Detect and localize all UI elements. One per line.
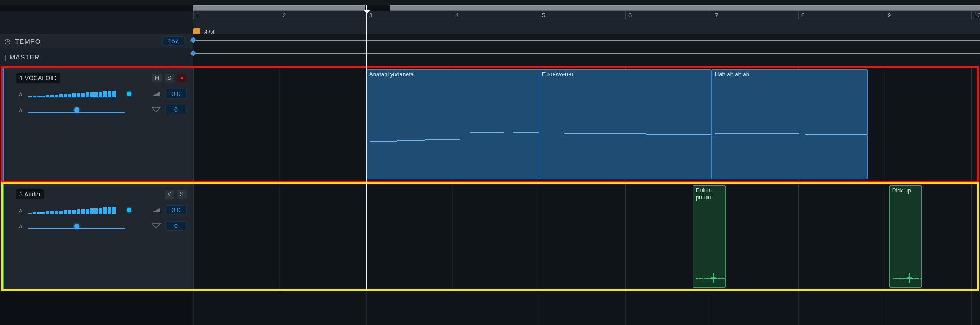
midi-notes bbox=[367, 113, 539, 159]
master-automation-lane[interactable] bbox=[193, 48, 980, 66]
bar-number[interactable]: 2 bbox=[280, 11, 286, 19]
bar-number[interactable]: 5 bbox=[539, 11, 545, 19]
clock-icon: ◷ bbox=[4, 37, 11, 45]
volume-value-input[interactable]: 0.0 bbox=[165, 205, 187, 215]
gridline bbox=[193, 291, 194, 325]
volume-slider[interactable] bbox=[28, 207, 125, 214]
clip-label: Fu-u-wo-u-u bbox=[542, 71, 573, 78]
gridline bbox=[885, 184, 885, 289]
overview-strip-left[interactable] bbox=[193, 5, 365, 11]
ruler-left-gutter bbox=[0, 11, 193, 34]
track-vocaloid: 1 VOCALOIDMS●∧0.0∧0Anatani yudanetaFu-u-… bbox=[3, 68, 977, 181]
vocaloid-clip[interactable]: Fu-u-wo-u-u bbox=[539, 69, 712, 179]
top-strip bbox=[0, 0, 980, 5]
pan-knob[interactable] bbox=[74, 107, 79, 113]
bar-number[interactable]: 8 bbox=[798, 11, 804, 19]
tempo-header: ◷ TEMPO 157 bbox=[0, 34, 193, 48]
pan-knob[interactable] bbox=[74, 224, 79, 229]
gridline bbox=[366, 291, 367, 325]
gridline bbox=[280, 184, 280, 289]
playhead[interactable] bbox=[366, 5, 367, 325]
gridline bbox=[885, 68, 885, 181]
pan-slider[interactable] bbox=[28, 107, 125, 113]
pan-value-input[interactable]: 0 bbox=[165, 221, 187, 231]
drag-handle-icon[interactable]: || bbox=[4, 53, 5, 61]
gridline bbox=[453, 291, 453, 325]
bar-number[interactable]: 4 bbox=[453, 11, 459, 19]
volume-value-input[interactable]: 0.0 bbox=[165, 89, 187, 99]
clip-label: Pululu pululu bbox=[696, 187, 712, 202]
expand-pan-icon[interactable]: ∧ bbox=[19, 223, 23, 229]
master-header: || MASTER bbox=[0, 48, 193, 66]
pan-value-input[interactable]: 0 bbox=[165, 105, 187, 114]
expand-pan-icon[interactable]: ∧ bbox=[19, 107, 23, 113]
gridline bbox=[193, 68, 194, 181]
gridline bbox=[971, 291, 972, 325]
bar-number[interactable]: 6 bbox=[625, 11, 632, 19]
bar-number[interactable]: 1 bbox=[193, 11, 199, 19]
track-lane[interactable]: Pululu pululu⁓⁓╋⁓⁓Pick up⁓⁓╋⁓⁓ bbox=[193, 184, 977, 289]
gridline bbox=[712, 291, 712, 325]
gridline bbox=[625, 184, 626, 289]
vocaloid-clip[interactable]: Anatani yudaneta bbox=[366, 69, 539, 179]
vocaloid-clip[interactable]: Hah ah ah ah bbox=[712, 69, 868, 179]
bar-number[interactable]: 9 bbox=[885, 11, 891, 19]
master-label: MASTER bbox=[10, 53, 40, 61]
gridline bbox=[625, 291, 626, 325]
volume-ramp-icon bbox=[151, 207, 161, 213]
solo-button[interactable]: S bbox=[165, 74, 174, 82]
midi-notes bbox=[539, 113, 711, 159]
volume-led-icon bbox=[127, 92, 131, 96]
gridline bbox=[539, 184, 539, 289]
gridline bbox=[193, 184, 194, 289]
track-name-input[interactable]: 1 VOCALOID bbox=[16, 73, 60, 83]
pan-balance-icon bbox=[151, 223, 161, 229]
volume-led-icon bbox=[127, 208, 131, 212]
volume-slider[interactable] bbox=[28, 90, 125, 97]
volume-ramp-icon bbox=[151, 91, 161, 97]
pan-balance-icon bbox=[151, 107, 161, 113]
clip-label: Anatani yudaneta bbox=[369, 71, 414, 78]
gridline bbox=[798, 291, 799, 325]
empty-timeline-area bbox=[193, 291, 980, 325]
svg-marker-1 bbox=[152, 107, 160, 112]
solo-button[interactable]: S bbox=[177, 190, 187, 199]
svg-marker-0 bbox=[152, 92, 160, 96]
tempo-automation-lane[interactable] bbox=[193, 34, 980, 48]
expand-volume-icon[interactable]: ∧ bbox=[19, 207, 23, 214]
audio-clip[interactable]: Pululu pululu⁓⁓╋⁓⁓ bbox=[693, 185, 726, 288]
track-name-input[interactable]: 3 Audio bbox=[16, 189, 44, 199]
track-audio3: 3 AudioMS∧0.0∧0Pululu pululu⁓⁓╋⁓⁓Pick up… bbox=[3, 184, 977, 289]
clip-label: Hah ah ah ah bbox=[715, 71, 749, 78]
expand-volume-icon[interactable]: ∧ bbox=[19, 91, 23, 97]
bar-number[interactable]: 10 bbox=[971, 11, 980, 19]
svg-marker-3 bbox=[152, 224, 160, 228]
track-header[interactable]: 1 VOCALOIDMS●∧0.0∧0 bbox=[3, 68, 193, 181]
mute-button[interactable]: M bbox=[165, 190, 174, 199]
clip-label: Pick up bbox=[892, 187, 911, 194]
record-arm-button[interactable]: ● bbox=[177, 74, 187, 82]
tempo-automation-line[interactable] bbox=[193, 40, 980, 41]
master-automation-line[interactable] bbox=[193, 53, 980, 54]
mute-button[interactable]: M bbox=[152, 74, 162, 82]
waveform-icon: ⁓⁓╋⁓⁓ bbox=[892, 273, 922, 283]
tempo-value-input[interactable]: 157 bbox=[162, 36, 184, 46]
track-header[interactable]: 3 AudioMS∧0.0∧0 bbox=[3, 184, 193, 289]
pan-slider[interactable] bbox=[28, 223, 125, 229]
gridline bbox=[539, 291, 539, 325]
track-lane[interactable]: Anatani yudanetaFu-u-wo-u-uHah ah ah ah bbox=[193, 68, 977, 181]
audio-clip[interactable]: Pick up⁓⁓╋⁓⁓ bbox=[889, 185, 922, 288]
gridline bbox=[280, 68, 280, 181]
gridline bbox=[798, 184, 799, 289]
midi-notes bbox=[712, 113, 867, 159]
gridline bbox=[280, 291, 280, 325]
waveform-icon: ⁓⁓╋⁓⁓ bbox=[696, 273, 726, 283]
timeline-ruler[interactable]: 12345678910 4/4 bbox=[193, 11, 980, 34]
gridline bbox=[971, 68, 972, 181]
gridline bbox=[453, 184, 453, 289]
tempo-label: TEMPO bbox=[15, 37, 41, 45]
gridline bbox=[885, 291, 885, 325]
bar-number[interactable]: 7 bbox=[712, 11, 718, 19]
overview-strip-right[interactable] bbox=[390, 5, 980, 11]
svg-marker-2 bbox=[152, 208, 160, 212]
